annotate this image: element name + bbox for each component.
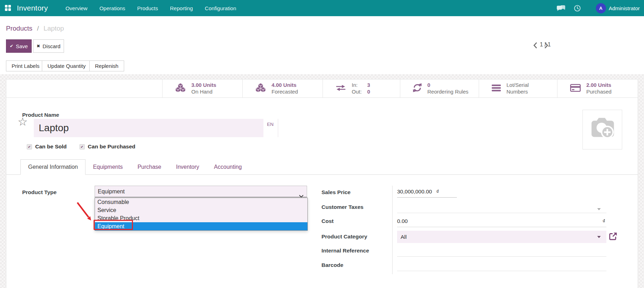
favorite-star-icon[interactable]: ☆ bbox=[18, 116, 28, 127]
stat-out-line: Out:0 bbox=[352, 89, 370, 95]
navbar-systray: A Administrator bbox=[556, 0, 643, 16]
product-category-select[interactable]: All bbox=[397, 231, 606, 243]
product-type-select[interactable]: Equipment bbox=[95, 186, 307, 197]
customer-taxes-label: Customer Taxes bbox=[321, 204, 363, 210]
product-name-input[interactable]: Laptop bbox=[34, 119, 263, 137]
currency-symbol: ₫ bbox=[436, 188, 439, 194]
customer-taxes-input[interactable] bbox=[397, 204, 606, 213]
stat-label: Lot/Serial Numbers bbox=[506, 82, 540, 95]
product-type-dropdown: Consumable Service Storable Product Equi… bbox=[95, 198, 308, 231]
stat-in-line: In:3 bbox=[352, 82, 370, 89]
annotation-arrow bbox=[75, 201, 94, 223]
stat-button-reordering-rules[interactable]: 0 Reordering Rules bbox=[400, 79, 479, 97]
internal-reference-label: Internal Reference bbox=[321, 248, 369, 254]
option-service[interactable]: Service bbox=[95, 206, 307, 214]
stat-row-spacer bbox=[6, 79, 162, 97]
stat-button-purchased[interactable]: 2.00 Units Purchased bbox=[557, 79, 638, 97]
tab-equipments[interactable]: Equipments bbox=[85, 159, 130, 174]
stat-button-forecasted[interactable]: 4.00 Units Forecasted bbox=[242, 79, 323, 97]
checkbox-check-icon: ✔ bbox=[27, 144, 32, 149]
stat-value: 4.00 Units bbox=[272, 82, 298, 89]
product-category-label: Product Category bbox=[321, 233, 367, 240]
currency-symbol: ₫ bbox=[602, 218, 605, 224]
barcode-label: Barcode bbox=[321, 262, 343, 268]
menu-item-reporting[interactable]: Reporting bbox=[170, 5, 193, 11]
menu-item-products[interactable]: Products bbox=[137, 5, 158, 11]
sales-price-input[interactable]: 30,000,000.00₫ bbox=[397, 188, 457, 198]
caret-down-icon bbox=[597, 208, 601, 210]
messages-icon[interactable] bbox=[556, 5, 566, 12]
stat-button-in-out[interactable]: In:3 Out:0 bbox=[323, 79, 400, 97]
checkbox-check-icon: ✔ bbox=[79, 144, 85, 149]
save-button[interactable]: ✔ Save bbox=[6, 39, 32, 53]
breadcrumb: Products / Laptop bbox=[6, 25, 64, 32]
page: Inventory Overview Operations Products R… bbox=[0, 0, 644, 288]
option-equipment[interactable]: Equipment bbox=[95, 222, 307, 230]
stat-label: Purchased bbox=[586, 89, 612, 95]
stat-value: 2.00 Units bbox=[586, 82, 612, 89]
apps-grid-icon[interactable] bbox=[5, 5, 12, 12]
chevron-left-icon bbox=[533, 42, 537, 49]
stat-label: Reordering Rules bbox=[427, 89, 468, 95]
x-icon: ✖ bbox=[37, 44, 40, 49]
cubes-icon bbox=[255, 83, 266, 94]
option-consumable[interactable]: Consumable bbox=[95, 198, 307, 206]
breadcrumb-separator: / bbox=[37, 25, 39, 32]
activities-clock-icon[interactable] bbox=[574, 5, 581, 12]
pager-previous-button[interactable] bbox=[532, 41, 538, 50]
content-area: 3.00 Units On Hand 4.00 Uni bbox=[0, 74, 644, 288]
user-avatar[interactable]: A bbox=[596, 3, 606, 13]
user-name[interactable]: Administrator bbox=[609, 5, 640, 11]
menu-item-overview[interactable]: Overview bbox=[65, 5, 88, 11]
stat-value: 3.00 Units bbox=[191, 82, 216, 89]
internal-reference-input[interactable] bbox=[397, 248, 606, 257]
product-name-label: Product Name bbox=[22, 112, 59, 118]
stat-button-lot-serial-numbers[interactable]: Lot/Serial Numbers bbox=[479, 79, 557, 97]
update-quantity-button[interactable]: Update Quantity bbox=[42, 60, 91, 71]
stat-value: 0 bbox=[427, 82, 468, 89]
option-storable-product[interactable]: Storable Product bbox=[95, 214, 307, 222]
stat-button-row: 3.00 Units On Hand 4.00 Uni bbox=[6, 79, 638, 98]
tab-purchase[interactable]: Purchase bbox=[130, 159, 169, 174]
refresh-icon bbox=[413, 83, 422, 94]
product-type-label: Product Type bbox=[22, 189, 57, 196]
chevron-right-icon bbox=[544, 42, 548, 49]
menu-item-operations[interactable]: Operations bbox=[100, 5, 125, 11]
form-sheet: 3.00 Units On Hand 4.00 Uni bbox=[6, 79, 638, 288]
stat-label: On Hand bbox=[191, 89, 216, 95]
control-panel: Products / Laptop ✔ Save ✖ Discard 1 / 1… bbox=[0, 16, 644, 74]
stat-button-on-hand[interactable]: 3.00 Units On Hand bbox=[162, 79, 242, 97]
barcode-input[interactable] bbox=[397, 262, 606, 271]
stat-label: Forecasted bbox=[272, 89, 298, 95]
product-image-placeholder[interactable] bbox=[582, 110, 622, 149]
main-menu: Overview Operations Products Reporting C… bbox=[65, 5, 236, 11]
transfer-arrows-icon bbox=[336, 84, 346, 93]
tab-inventory[interactable]: Inventory bbox=[169, 159, 207, 174]
print-labels-button[interactable]: Print Labels bbox=[6, 60, 45, 71]
checkbox-row: ✔ Can be Sold ✔ Can be Purchased bbox=[27, 143, 135, 150]
camera-plus-icon bbox=[588, 117, 617, 143]
cost-label: Cost bbox=[321, 218, 333, 224]
tab-accounting[interactable]: Accounting bbox=[206, 159, 249, 174]
list-bars-icon bbox=[492, 84, 501, 93]
notebook-tabs: General Information Equipments Purchase … bbox=[6, 159, 638, 175]
discard-button[interactable]: ✖ Discard bbox=[33, 39, 64, 53]
app-name[interactable]: Inventory bbox=[17, 4, 48, 12]
tab-general-information[interactable]: General Information bbox=[20, 159, 85, 175]
input-divider bbox=[278, 119, 278, 137]
pager-next-button[interactable] bbox=[543, 41, 550, 50]
checkbox-can-be-sold[interactable]: ✔ Can be Sold bbox=[27, 143, 67, 150]
credit-card-icon bbox=[570, 84, 581, 93]
cost-input[interactable]: 0.00₫ bbox=[397, 218, 606, 227]
external-link-icon[interactable] bbox=[608, 232, 617, 242]
replenish-button[interactable]: Replenish bbox=[89, 60, 124, 71]
top-navbar: Inventory Overview Operations Products R… bbox=[0, 0, 644, 16]
sales-price-label: Sales Price bbox=[321, 189, 351, 196]
breadcrumb-current: Laptop bbox=[44, 25, 64, 32]
column-separator bbox=[392, 186, 393, 274]
menu-item-configuration[interactable]: Configuration bbox=[205, 5, 236, 11]
caret-down-icon bbox=[597, 236, 601, 238]
breadcrumb-products-link[interactable]: Products bbox=[6, 25, 32, 32]
checkbox-can-be-purchased[interactable]: ✔ Can be Purchased bbox=[79, 143, 135, 150]
language-badge[interactable]: EN bbox=[267, 122, 274, 127]
